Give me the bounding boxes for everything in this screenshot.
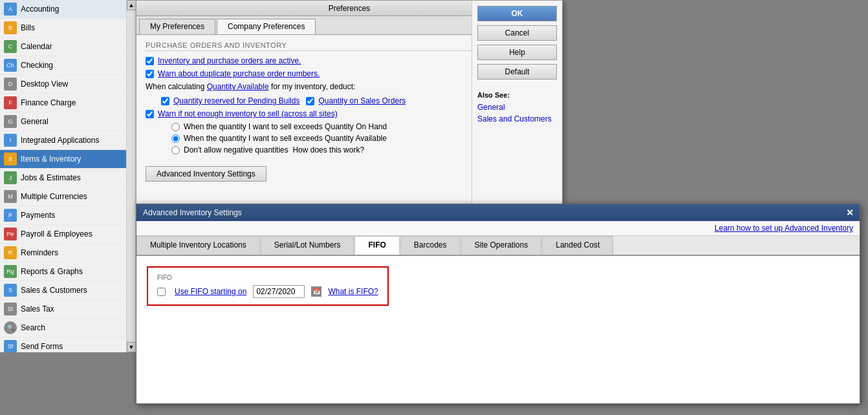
calendar-icon[interactable]: 📅 [311, 286, 321, 297]
sidebar-item-checking[interactable]: ChChecking [0, 56, 135, 75]
checkbox-inventory-active-label: Inventory and purchase orders are active… [158, 56, 301, 65]
preferences-right-panel: OK Cancel Help Default Also See: General… [472, 1, 562, 206]
fifo-date-input[interactable] [253, 285, 305, 298]
desktop-icon: D [4, 78, 17, 90]
advanced-dialog-topbar: Learn how to set up Advanced Inventory [136, 221, 860, 236]
advanced-dialog-title: Advanced Inventory Settings [143, 208, 242, 217]
sidebar-item-finance[interactable]: FFinance Charge [0, 94, 135, 112]
sidebar-scrollbar[interactable]: ▲ ▼ [126, 0, 135, 352]
checkbox-sales-orders[interactable] [306, 97, 314, 105]
radio-available-label: When the quantity I want to sell exceeds… [184, 134, 387, 143]
sidebar-item-multicurr[interactable]: MMultiple Currencies [0, 187, 135, 206]
sidebar-item-jobs[interactable]: JJobs & Estimates [0, 169, 135, 187]
sidebar-item-label-checking: Checking [21, 61, 53, 70]
reports-icon: Rg [4, 265, 17, 278]
advanced-dialog-content: FIFO Use FIFO starting on 📅 What is FIFO… [136, 256, 860, 314]
sidebar-bottom-area [0, 352, 136, 415]
sidebar-item-label-finance: Finance Charge [21, 98, 76, 107]
preferences-title: Preferences [329, 4, 371, 13]
radio-available[interactable] [171, 134, 180, 143]
quantity-available-link[interactable]: Quantity Available [207, 82, 269, 91]
checkbox-sales-orders-label: Quantity on Sales Orders [318, 96, 406, 105]
sidebar: AAccountingBBillsCCalendarChCheckingDDes… [0, 0, 136, 352]
help-button[interactable]: Help [477, 45, 557, 60]
default-button[interactable]: Default [477, 64, 557, 80]
advanced-inventory-settings-button[interactable]: Advanced Inventory Settings [146, 166, 266, 182]
tab-barcodes[interactable]: Barcodes [400, 236, 461, 255]
search-icon: 🔍 [4, 321, 17, 334]
how-does-this-work-link[interactable]: How does this work? [292, 145, 364, 154]
fifo-row: Use FIFO starting on 📅 What is FIFO? [157, 285, 378, 298]
scroll-up-button[interactable]: ▲ [127, 0, 136, 10]
sidebar-item-label-payroll: Payroll & Employees [21, 229, 92, 239]
ok-button[interactable]: OK [477, 6, 557, 21]
tab-site-operations[interactable]: Site Operations [461, 236, 542, 255]
sidebar-item-desktop[interactable]: DDesktop View [0, 75, 135, 94]
advanced-dialog-close-button[interactable]: ✕ [844, 207, 856, 218]
bills-icon: B [4, 21, 17, 34]
also-see-sales-link[interactable]: Sales and Customers [477, 114, 557, 123]
sidebar-item-reports[interactable]: RgReports & Graphs [0, 262, 135, 281]
sidebar-item-label-calendar: Calendar [21, 42, 52, 51]
sidebar-item-general[interactable]: GGeneral [0, 112, 135, 131]
sidebar-item-payments[interactable]: PPayments [0, 206, 135, 225]
checkbox-warn-inventory[interactable] [146, 110, 154, 118]
radio-on-hand[interactable] [171, 123, 180, 131]
jobs-icon: J [4, 171, 17, 184]
reminders-icon: R [4, 246, 17, 259]
preferences-dialog: Preferences ✕ My Preferences Company Pre… [136, 0, 563, 207]
tab-serial-lot-numbers[interactable]: Serial/Lot Numbers [261, 236, 354, 255]
sidebar-item-label-jobs: Jobs & Estimates [21, 173, 81, 182]
sidebar-item-calendar[interactable]: CCalendar [0, 37, 135, 56]
scroll-down-button[interactable]: ▼ [127, 342, 136, 352]
advanced-dialog-titlebar: Advanced Inventory Settings ✕ [136, 204, 860, 221]
tab-company-preferences[interactable]: Company Preferences [217, 19, 316, 34]
sidebar-item-reminders[interactable]: RReminders [0, 244, 135, 262]
sidebar-item-label-sales: Sales & Customers [21, 286, 87, 295]
radio-no-negative[interactable] [171, 146, 180, 154]
sidebar-item-label-reports: Reports & Graphs [21, 267, 83, 276]
fifo-checkbox[interactable] [157, 288, 166, 296]
sidebar-item-salestax[interactable]: StSales Tax [0, 300, 135, 319]
also-see-general-link[interactable]: General [477, 103, 557, 112]
fifo-section-label: FIFO [157, 274, 378, 281]
sidebar-item-sales[interactable]: SSales & Customers [0, 281, 135, 300]
fifo-section: FIFO Use FIFO starting on 📅 What is FIFO… [147, 266, 389, 306]
sidebar-item-label-accounting: Accounting [21, 5, 59, 14]
sidebar-item-sendforms[interactable]: SfSend Forms [0, 337, 135, 352]
what-is-fifo-link[interactable]: What is FIFO? [328, 287, 378, 296]
sidebar-item-accounting[interactable]: AAccounting [0, 0, 135, 19]
multicurr-icon: M [4, 190, 17, 203]
calendar-icon: C [4, 40, 17, 53]
sidebar-item-items[interactable]: ItItems & Inventory [0, 150, 135, 169]
checkbox-duplicate-po-label: Warn about duplicate purchase order numb… [158, 69, 320, 78]
payroll-icon: Pe [4, 228, 17, 240]
checkbox-warn-inventory-label: Warn if not enough inventory to sell (ac… [158, 109, 338, 118]
sidebar-item-integrated[interactable]: IIntegrated Applications [0, 131, 135, 150]
checkbox-inventory-active[interactable] [146, 57, 154, 65]
sidebar-item-label-bills: Bills [21, 23, 35, 32]
advanced-inventory-dialog: Advanced Inventory Settings ✕ Learn how … [136, 204, 860, 404]
checkbox-duplicate-po[interactable] [146, 70, 154, 78]
tab-multiple-locations[interactable]: Multiple Inventory Locations [136, 236, 260, 255]
also-see-header: Also See: [477, 91, 557, 99]
payments-icon: P [4, 209, 17, 222]
tab-landed-cost[interactable]: Landed Cost [542, 236, 613, 255]
sidebar-item-label-multicurr: Multiple Currencies [21, 192, 87, 201]
tab-fifo[interactable]: FIFO [354, 236, 399, 255]
sendforms-icon: Sf [4, 340, 17, 352]
sidebar-item-label-integrated: Integrated Applications [21, 136, 99, 145]
cancel-button[interactable]: Cancel [477, 25, 557, 41]
finance-icon: F [4, 96, 17, 109]
when-calc-text: When calculating [146, 82, 204, 91]
checkbox-pending-builds[interactable] [161, 97, 169, 105]
tab-my-preferences[interactable]: My Preferences [139, 19, 215, 34]
sidebar-item-label-items: Items & Inventory [21, 154, 81, 164]
sidebar-item-search[interactable]: 🔍Search [0, 319, 135, 337]
sidebar-item-bills[interactable]: BBills [0, 19, 135, 37]
fifo-use-label[interactable]: Use FIFO starting on [175, 287, 246, 296]
for-inventory-text: for my inventory, deduct: [271, 82, 356, 91]
sidebar-item-payroll[interactable]: PePayroll & Employees [0, 225, 135, 244]
radio-on-hand-label: When the quantity I want to sell exceeds… [184, 122, 387, 131]
learn-advanced-inventory-link[interactable]: Learn how to set up Advanced Inventory [715, 224, 853, 233]
